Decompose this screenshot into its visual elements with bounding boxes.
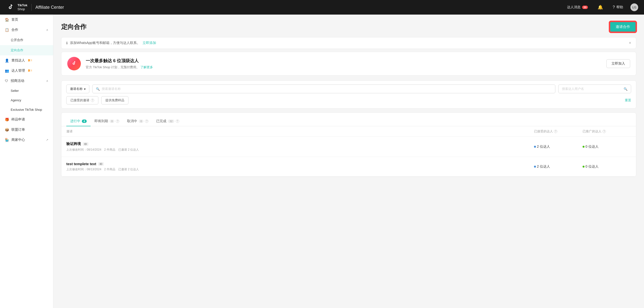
help-icon: ? [613,5,615,10]
col-invite-header: 邀请 [66,129,534,134]
sidebar-item-merchant[interactable]: 🏪 商家中心 ↗ [0,135,53,145]
row-1-accepted-cell: 2 位达人 [534,144,582,149]
table-row: test templete text ID 上次修改时间：08/13/2024 … [62,157,636,176]
accepted-col-info-icon[interactable]: ? [554,130,557,133]
messages-button[interactable]: 达人消息 20 [564,4,590,11]
promo-link[interactable]: 了解更多 [140,65,153,69]
recruitment-icon: 🛡 [5,79,8,83]
merchant-label: 商家中心 [12,138,25,142]
promo-join-button[interactable]: 立即加入 [606,59,630,68]
help-label: 帮助 [616,5,623,10]
sidebar-item-find-influencer[interactable]: 👤 查找达人 新！ [0,56,53,66]
header-title: Affiliate Center [36,5,64,10]
exclusive-label: Exclusive TikTok Shop [11,108,42,112]
sidebar: 🏠 首页 📋 合作 ∧ 公开合作 定向合作 👤 查找达人 新！ 👥 达人管理 新… [0,14,54,308]
tabs-table-area: 进行中 4 即将到期 0 ? 取消中 0 ? 已完成 32 ? [61,112,636,177]
row-1-title: 验证跨境 ID [66,142,534,146]
notification-button[interactable]: 🔔 [595,3,606,12]
recruitment-label: 招商活动 [11,79,24,83]
row-2-accepted-cell: 2 位达人 [534,164,582,169]
header-divider [31,4,32,11]
invite-button[interactable]: 邀请合作 [610,22,636,32]
tab-cancelling[interactable]: 取消中 0 ? [123,116,152,126]
promo-icon [67,57,81,70]
user-search-input[interactable]: 搜索达人用户名 🔍 [558,84,631,93]
search-placeholder: 搜索邀请名称 [102,87,121,91]
logo-text: TikTok Shop [18,4,28,11]
home-icon: 🏠 [5,18,9,22]
find-influencer-icon: 👤 [5,58,9,62]
recruitment-chevron-icon: ∧ [46,79,48,82]
message-label: 达人消息 [567,5,580,10]
sample-icon: 🎁 [5,118,9,122]
message-count: 20 [582,6,588,9]
manage-badge: 新！ [28,69,33,72]
row-2-title: test templete text ID [66,162,534,166]
accepted-invites-tag[interactable]: 已接受的邀请 ? [66,96,98,104]
sidebar-item-targeted-coop[interactable]: 定向合作 [0,45,53,56]
free-sample-tag[interactable]: 提供免费样品 [101,96,128,104]
table-row: 验证跨境 ID 上次修改时间：08/14/2024 2 件商品 已邀请 2 位达… [62,137,636,157]
main-content: 定向合作 邀请合作 ℹ 添加WhatsApp账号和邮箱，方便与达人联系。 立即添… [54,14,644,308]
header-actions: 达人消息 20 🔔 ? 帮助 US [564,3,638,12]
sidebar-section-cooperation[interactable]: 📋 合作 ∧ [0,25,53,35]
targeted-coop-label: 定向合作 [11,48,23,52]
sidebar-item-public-coop[interactable]: 公开合作 [0,35,53,45]
cancelling-info-icon[interactable]: ? [145,120,148,123]
expiring-info-icon[interactable]: ? [116,120,119,123]
tab-in-progress-label: 进行中 [70,119,80,124]
header: TikTok Shop Affiliate Center 达人消息 20 🔔 ?… [0,0,644,14]
sidebar-item-exclusive[interactable]: Exclusive TikTok Shop [0,105,53,114]
completed-info-icon[interactable]: ? [176,120,179,123]
cooperation-label: 合作 [12,28,18,32]
row-2-subtitle: 上次修改时间：08/13/2024 2 件商品 已邀请 2 位达人 [66,167,534,172]
tab-cancelling-count: 0 [139,120,144,123]
promoted-col-info-icon[interactable]: ? [602,130,606,133]
accepted-info-icon[interactable]: ? [91,98,94,102]
cooperation-chevron-icon: ∧ [46,28,48,32]
svg-point-0 [6,2,16,12]
sidebar-item-order[interactable]: 📦 联盟订单 [0,124,53,135]
reset-filters-button[interactable]: 重置 [625,98,631,102]
avatar[interactable]: US [630,4,638,11]
sidebar-item-sample[interactable]: 🎁 样品申请 [0,114,53,124]
seller-label: Seller [11,89,19,92]
help-button[interactable]: ? 帮助 [610,4,626,11]
external-link-icon: ↗ [46,138,48,142]
sidebar-item-manage-influencer[interactable]: 👥 达人管理 新！ [0,66,53,76]
banner-close-icon[interactable]: × [629,41,631,45]
invite-search-input[interactable]: 🔍 搜索邀请名称 [92,84,555,93]
tab-cancelling-label: 取消中 [127,119,137,124]
cooperation-icon: 📋 [5,28,9,32]
row-2-id-badge: ID [98,162,104,166]
page-header: 定向合作 邀请合作 [61,22,636,32]
green-dot-icon [582,146,584,148]
tab-completed-label: 已完成 [156,119,166,124]
row-1-promoted-cell: 0 位达人 [582,144,631,149]
col-promoted-header: 已推广的达人 ? [582,129,631,134]
tab-in-progress-count: 4 [82,120,87,123]
find-influencer-label: 查找达人 [12,58,25,63]
search-icon: 🔍 [96,87,100,91]
page-title: 定向合作 [61,22,86,31]
tab-expiring-count: 0 [110,120,114,123]
order-label: 联盟订单 [12,128,25,132]
public-coop-label: 公开合作 [11,38,23,42]
sidebar-item-home[interactable]: 🏠 首页 [0,14,53,25]
banner: ℹ 添加WhatsApp账号和邮箱，方便与达人联系。 立即添加 × [61,37,636,49]
invite-name-select[interactable]: 邀请名称 ▾ [66,84,89,93]
table-header: 邀请 已接受的达人 ? 已推广的达人 ? [62,126,636,137]
merchant-icon: 🏪 [5,138,9,142]
col-accepted-header: 已接受的达人 ? [534,129,582,134]
promo-card: 一次最多触达 6 位顶级达人 官方 TikTok Shop 计划，无预付费用。 … [61,52,636,76]
sidebar-item-seller[interactable]: Seller [0,86,53,96]
logo: TikTok Shop [6,2,28,12]
tab-expiring[interactable]: 即将到期 0 ? [90,116,123,126]
sidebar-item-agency[interactable]: Agency [0,96,53,105]
tab-completed[interactable]: 已完成 32 ? [152,116,183,126]
sidebar-section-recruitment[interactable]: 🛡 招商活动 ∧ [0,76,53,86]
banner-link[interactable]: 立即添加 [142,41,156,45]
tab-in-progress[interactable]: 进行中 4 [66,116,90,126]
accepted-tag-label: 已接受的邀请 [70,98,89,102]
banner-text: 添加WhatsApp账号和邮箱，方便与达人联系。 [70,41,140,45]
